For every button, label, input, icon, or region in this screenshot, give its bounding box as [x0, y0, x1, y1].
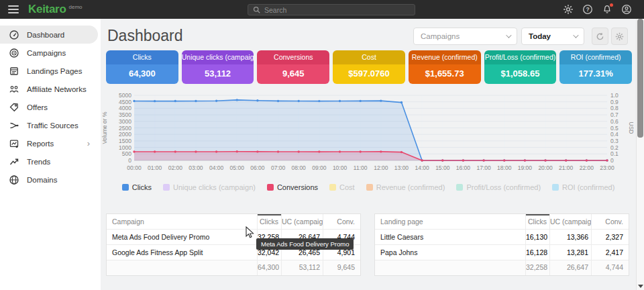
column-header-conv[interactable]: Conv. — [591, 214, 629, 229]
svg-text:0.4: 0.4 — [610, 131, 619, 138]
metric-card-value: $1,058.65 — [484, 64, 557, 84]
refresh-button[interactable] — [592, 28, 608, 45]
legend-item-clicks[interactable]: Clicks — [122, 183, 152, 191]
sidebar-item-reports[interactable]: Reports› — [0, 134, 98, 152]
help-icon[interactable]: ? — [582, 4, 593, 15]
row-value: 2,327 — [591, 230, 629, 244]
svg-text:23:00: 23:00 — [600, 164, 614, 171]
legend-item-cost[interactable]: Cost — [329, 183, 355, 191]
legend-item-roi-confirmed[interactable]: ROI (confirmed) — [552, 183, 614, 191]
svg-text:0.9: 0.9 — [610, 99, 619, 105]
legend-item-unique-clicks-campaign[interactable]: Unique clicks (campaign) — [163, 183, 256, 191]
svg-text:10:00: 10:00 — [333, 164, 347, 171]
campaigns-filter-dropdown[interactable]: Campaigns — [413, 28, 517, 45]
footer-value — [375, 260, 525, 275]
legend-label: Cost — [339, 183, 355, 191]
svg-text:04:00: 04:00 — [209, 164, 224, 171]
metric-card-label: Conversions — [257, 50, 329, 64]
footer-value: 32,258 — [525, 260, 549, 275]
column-header-uc-campaign[interactable]: UC (campaign) — [281, 214, 323, 229]
mouse-cursor — [246, 226, 255, 242]
legend-label: Unique clicks (campaign) — [173, 183, 256, 191]
chart-legend: ClicksUnique clicks (campaign)Conversion… — [101, 183, 636, 191]
sidebar-item-label: Domains — [27, 176, 57, 184]
sidebar-item-traffic-sources[interactable]: Traffic Sources — [0, 116, 98, 134]
legend-label: Profit/Loss (confirmed) — [466, 183, 541, 191]
svg-text:19:00: 19:00 — [518, 164, 533, 171]
svg-text:0.6: 0.6 — [610, 118, 619, 125]
svg-text:14:00: 14:00 — [415, 164, 429, 171]
legend-swatch — [267, 184, 274, 191]
column-header-uc-campaign[interactable]: UC (campaign) — [549, 214, 591, 229]
metric-card-cost[interactable]: Cost$597.0760 — [333, 50, 405, 84]
affiliate-icon — [9, 84, 19, 95]
offers-icon — [9, 102, 19, 113]
date-range-value: Today — [529, 32, 551, 40]
sidebar-item-label: Dashboard — [27, 31, 64, 39]
campaigns-icon — [9, 48, 19, 58]
chevron-down-icon — [573, 32, 578, 38]
sidebar-item-dashboard[interactable]: Dashboard — [0, 26, 98, 44]
sidebar-item-offers[interactable]: Offers — [0, 98, 98, 116]
footer-value: 4,744 — [591, 260, 629, 275]
settings-icon[interactable] — [563, 4, 574, 15]
notification-dot — [610, 3, 613, 7]
scrollbar-down-arrow-icon[interactable] — [638, 285, 643, 288]
campaigns-filter-value: Campaigns — [421, 32, 460, 40]
global-search[interactable] — [248, 4, 415, 15]
column-header-clicks[interactable]: Clicks — [525, 214, 549, 229]
vertical-scrollbar[interactable] — [636, 19, 644, 290]
date-range-dropdown[interactable]: Today — [521, 28, 584, 45]
svg-text:1.0: 1.0 — [610, 92, 619, 99]
sidebar-item-affiliate-networks[interactable]: Affiliate Networks — [0, 80, 98, 98]
metric-card-clicks[interactable]: Clicks64,300 — [106, 50, 178, 84]
svg-text:20:00: 20:00 — [538, 164, 553, 171]
dashboard-settings-button[interactable] — [611, 28, 628, 45]
legend-item-conversions[interactable]: Conversions — [267, 183, 318, 191]
hamburger-menu-icon[interactable] — [8, 5, 19, 13]
top-bar: Keitaro demo ? — [0, 0, 644, 19]
svg-text:0.2: 0.2 — [610, 144, 619, 151]
sidebar-item-trends[interactable]: Trends — [0, 152, 98, 171]
column-header-conv[interactable]: Conv. — [323, 214, 360, 229]
sidebar-item-domains[interactable]: Domains — [0, 171, 98, 189]
table-row[interactable]: Papa Johns16,12813,2812,417 — [375, 245, 629, 260]
legend-label: Conversions — [277, 183, 318, 191]
metric-card-roi-confirmed[interactable]: ROI (confirmed)177.31% — [559, 50, 632, 84]
dashboard-chart: 0500100015002000250030003500400045005000… — [101, 90, 636, 179]
legend-item-profit-loss-confirmed[interactable]: Profit/Loss (confirmed) — [456, 183, 541, 191]
sidebar-item-label: Traffic Sources — [27, 122, 78, 130]
scrollbar-thumb[interactable] — [637, 19, 643, 138]
sidebar-item-label: Landings Pages — [27, 67, 82, 75]
svg-text:05:00: 05:00 — [230, 164, 245, 171]
svg-text:02:00: 02:00 — [168, 164, 183, 171]
sidebar-item-landings-pages[interactable]: Landings Pages — [0, 62, 98, 80]
svg-text:0: 0 — [610, 157, 614, 164]
notifications-bell-icon[interactable] — [602, 4, 612, 15]
column-header-clicks[interactable]: Clicks — [257, 214, 281, 229]
metric-card-unique-clicks-campaign[interactable]: Unique clicks (campaign)53,112 — [182, 50, 254, 84]
metric-card-revenue-confirmed[interactable]: Revenue (confirmed)$1,655.73 — [409, 50, 481, 84]
user-account-icon[interactable] — [621, 4, 632, 15]
row-value: 13,281 — [549, 245, 591, 260]
metric-card-conversions[interactable]: Conversions9,645 — [257, 50, 329, 84]
metric-card-value: $597.0760 — [333, 64, 405, 84]
sidebar-item-campaigns[interactable]: Campaigns — [0, 44, 98, 62]
metric-card-profit-loss-confirmed[interactable]: Profit/Loss (confirmed)$1,058.65 — [484, 50, 557, 84]
metric-card-value: 9,645 — [257, 64, 329, 84]
svg-text:0.7: 0.7 — [610, 111, 619, 118]
row-value: 16,128 — [525, 245, 549, 260]
legend-swatch — [163, 184, 170, 191]
table-header-row: Landing pageClicksUC (campaign)Conv. — [375, 214, 629, 230]
column-header-campaign[interactable]: Campaign — [107, 214, 257, 229]
metric-card-value: $1,655.73 — [409, 64, 481, 84]
legend-swatch — [366, 184, 373, 191]
column-header-landing-page[interactable]: Landing page — [375, 214, 525, 229]
search-input[interactable] — [264, 6, 410, 14]
landing-pages-table: Landing pageClicksUC (campaign)Conv.Litt… — [374, 213, 629, 276]
legend-item-revenue-confirmed[interactable]: Revenue (confirmed) — [366, 183, 445, 191]
table-row[interactable]: Little Caesars16,13013,3662,327 — [375, 230, 629, 245]
dashboard-icon — [9, 30, 19, 40]
svg-text:01:00: 01:00 — [148, 164, 162, 171]
svg-text:00:00: 00:00 — [127, 164, 142, 171]
